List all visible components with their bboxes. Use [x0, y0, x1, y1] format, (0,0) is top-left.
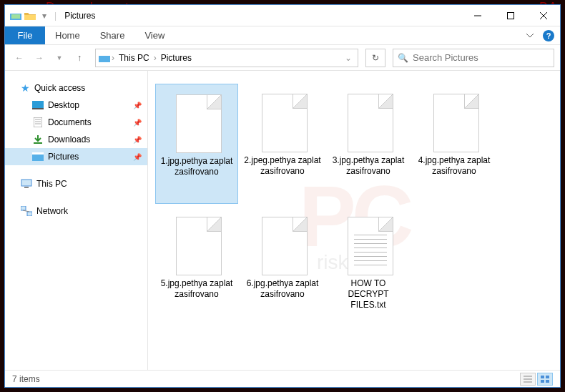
status-bar: 7 items: [5, 370, 560, 387]
sidebar-item-thispc[interactable]: This PC: [5, 175, 147, 192]
chevron-right-icon[interactable]: ›: [112, 53, 114, 63]
nav-pane[interactable]: ★ Quick access Desktop 📌 Documents 📌 Dow…: [5, 71, 148, 370]
details-view-button[interactable]: [520, 373, 536, 386]
file-item[interactable]: 6.jpg.pethya zaplat zasifrovano: [241, 207, 324, 327]
svg-rect-10: [32, 108, 44, 109]
svg-rect-4: [508, 12, 514, 19]
item-count: 7 items: [12, 374, 40, 384]
sidebar-item-label: Quick access: [34, 83, 85, 93]
chevron-right-icon[interactable]: ›: [154, 53, 157, 63]
search-box[interactable]: 🔍: [393, 49, 554, 67]
file-thumbnail: [429, 89, 479, 152]
svg-rect-2: [11, 14, 20, 19]
file-item[interactable]: 1.jpg.pethya zaplat zasifrovano: [155, 84, 238, 204]
refresh-button[interactable]: ↻: [365, 49, 385, 67]
navbar: ← → ▼ ↑ › This PC › Pictures ⌄ ↻ 🔍: [5, 45, 560, 71]
back-button[interactable]: ←: [11, 49, 28, 67]
sidebar-item-pictures[interactable]: Pictures 📌: [5, 148, 147, 165]
file-thumbnail: [257, 212, 308, 275]
qat-dropdown-icon[interactable]: ▾: [38, 9, 51, 22]
sidebar-item-label: Desktop: [48, 100, 79, 110]
sidebar-item-documents[interactable]: Documents 📌: [5, 114, 147, 131]
address-dropdown-icon[interactable]: ⌄: [345, 53, 352, 63]
desktop-icon: [32, 99, 44, 111]
search-icon: 🔍: [398, 53, 408, 63]
ribbon: File Home Share View ?: [5, 26, 560, 45]
svg-rect-8: [99, 54, 110, 56]
downloads-icon: [32, 134, 44, 145]
address-bar[interactable]: › This PC › Pictures ⌄: [95, 49, 358, 67]
help-button[interactable]: ?: [543, 30, 554, 41]
sidebar-item-label: Network: [36, 206, 68, 216]
breadcrumb-thispc[interactable]: This PC: [116, 49, 152, 67]
svg-rect-28: [541, 380, 544, 383]
svg-rect-27: [546, 376, 549, 378]
file-label: 3.jpg.pethya zaplat zasifrovano: [330, 155, 407, 177]
folder-icon: [24, 9, 36, 22]
sidebar-item-label: This PC: [36, 179, 67, 189]
star-icon: ★: [21, 82, 30, 94]
app-icon: [9, 9, 22, 22]
file-thumbnail: [172, 212, 222, 275]
file-item[interactable]: 4.jpg.pethya zaplat zasifrovano: [413, 84, 496, 204]
sidebar-item-label: Pictures: [48, 152, 79, 162]
network-icon: [21, 205, 32, 217]
svg-rect-21: [27, 212, 32, 216]
file-thumbnail: [343, 89, 393, 152]
svg-rect-18: [21, 180, 31, 186]
file-thumbnail: [172, 90, 222, 153]
location-icon: [99, 52, 110, 64]
home-tab[interactable]: Home: [45, 26, 90, 44]
sidebar-item-desktop[interactable]: Desktop 📌: [5, 97, 147, 114]
explorer-window: ▾ | Pictures File Home Share View ? ← → …: [4, 4, 561, 388]
pin-icon: 📌: [133, 119, 142, 127]
up-button[interactable]: ↑: [71, 49, 88, 67]
svg-rect-1: [10, 11, 21, 14]
file-item[interactable]: 3.jpg.pethya zaplat zasifrovano: [327, 84, 410, 204]
file-label: 5.jpg.pethya zaplat zasifrovano: [158, 278, 235, 300]
sidebar-item-label: Downloads: [48, 134, 90, 144]
documents-icon: [32, 117, 44, 128]
breadcrumb-pictures[interactable]: Pictures: [158, 49, 195, 67]
file-label: HOW TO DECRYPT FILES.txt: [330, 278, 407, 310]
view-tab[interactable]: View: [134, 26, 175, 44]
svg-rect-9: [32, 101, 44, 108]
file-tab[interactable]: File: [5, 26, 45, 44]
recent-locations-icon[interactable]: ▼: [51, 49, 68, 67]
file-thumbnail: [343, 212, 393, 275]
file-label: 6.jpg.pethya zaplat zasifrovano: [244, 278, 321, 300]
file-item[interactable]: 2.jpeg.pethya zaplat zasifrovano: [241, 84, 324, 204]
svg-rect-20: [21, 206, 26, 210]
forward-button[interactable]: →: [31, 49, 48, 67]
pin-icon: 📌: [133, 136, 142, 144]
file-item[interactable]: 5.jpg.pethya zaplat zasifrovano: [155, 207, 238, 327]
window-title: Pictures: [64, 11, 95, 21]
body: ★ Quick access Desktop 📌 Documents 📌 Dow…: [5, 71, 560, 370]
file-pane[interactable]: PC risk.com 1.jpg.pethya zaplat zasifrov…: [148, 71, 560, 370]
separator: |: [54, 11, 56, 21]
minimize-button[interactable]: [461, 5, 494, 26]
svg-rect-11: [34, 117, 42, 127]
file-thumbnail: [257, 89, 308, 152]
search-input[interactable]: [413, 52, 549, 63]
maximize-button[interactable]: [494, 5, 527, 26]
titlebar: ▾ | Pictures: [5, 5, 560, 26]
sidebar-item-quickaccess[interactable]: ★ Quick access: [5, 79, 147, 97]
pin-icon: 📌: [133, 102, 142, 109]
pin-icon: 📌: [133, 153, 142, 161]
sidebar-item-downloads[interactable]: Downloads 📌: [5, 131, 147, 148]
file-label: 2.jpeg.pethya zaplat zasifrovano: [244, 155, 321, 177]
sidebar-item-network[interactable]: Network: [5, 202, 147, 220]
file-label: 1.jpg.pethya zaplat zasifrovano: [159, 156, 235, 177]
share-tab[interactable]: Share: [90, 26, 135, 44]
svg-rect-29: [546, 380, 549, 383]
thumbnails-view-button[interactable]: [537, 373, 553, 386]
close-button[interactable]: [527, 5, 560, 26]
file-label: 4.jpg.pethya zaplat zasifrovano: [416, 155, 493, 177]
computer-icon: [21, 178, 32, 190]
pictures-icon: [32, 151, 44, 162]
ribbon-expand-icon[interactable]: [520, 26, 540, 44]
sidebar-item-label: Documents: [48, 117, 92, 127]
file-item[interactable]: HOW TO DECRYPT FILES.txt: [327, 207, 410, 327]
svg-rect-17: [32, 152, 44, 155]
